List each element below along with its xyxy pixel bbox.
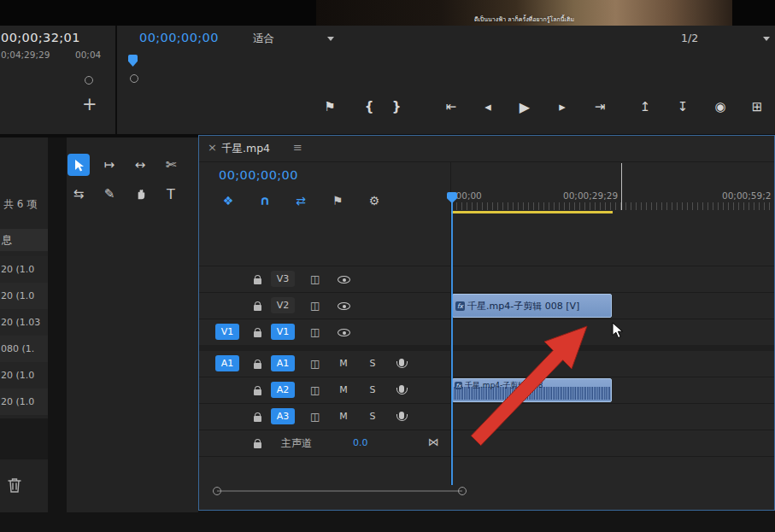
lock-icon[interactable]: [254, 331, 261, 337]
comparison-view-button[interactable]: ⊞: [746, 99, 768, 114]
pen-tool-button[interactable]: ✎: [98, 183, 120, 205]
timeline-zoom-scrollbar[interactable]: [217, 490, 462, 492]
program-timecode[interactable]: 00;00;00;00: [139, 31, 219, 44]
project-item[interactable]: 080 (1.: [0, 336, 48, 362]
playback-resolution-select[interactable]: 1/2: [666, 29, 773, 48]
project-item[interactable]: 20 (1.03: [0, 309, 48, 336]
project-item[interactable]: 20 (1.0: [0, 362, 48, 389]
razor-icon: ✄: [166, 157, 177, 172]
ruler-label: ;00;00: [453, 190, 482, 201]
timeline-settings-icon[interactable]: ⚙: [365, 194, 384, 208]
sync-lock-icon[interactable]: ◫: [310, 358, 320, 370]
project-item[interactable]: 20 (1.0: [0, 283, 48, 309]
play-button[interactable]: ▶: [514, 99, 536, 115]
source-patch-a1[interactable]: A1: [215, 355, 239, 371]
mark-in-button[interactable]: {: [358, 99, 380, 114]
step-back-button[interactable]: ◂: [477, 99, 499, 114]
panel-menu-icon[interactable]: ≡: [293, 141, 302, 154]
extract-button[interactable]: ↧: [672, 99, 694, 114]
fit-select[interactable]: 适合: [246, 29, 337, 48]
voiceover-mic-icon[interactable]: [399, 412, 404, 419]
selection-tool-button[interactable]: [68, 154, 90, 176]
source-zoom-handle[interactable]: [85, 76, 93, 85]
project-column-header[interactable]: 息: [0, 229, 48, 251]
solo-button[interactable]: S: [367, 411, 379, 422]
lock-icon[interactable]: [254, 363, 261, 369]
add-button[interactable]: +: [82, 94, 97, 114]
mute-button[interactable]: M: [338, 411, 349, 422]
go-to-in-button[interactable]: ⇤: [440, 99, 462, 114]
sync-lock-icon[interactable]: ◫: [310, 384, 320, 396]
lock-icon[interactable]: [254, 416, 261, 422]
mute-button[interactable]: M: [338, 384, 349, 395]
source-patch-v1[interactable]: V1: [215, 324, 239, 340]
voiceover-mic-icon[interactable]: [399, 359, 404, 366]
lock-icon[interactable]: [254, 442, 261, 448]
project-item[interactable]: 20 (1.0: [0, 256, 48, 283]
timeline-timecode[interactable]: 00;00;00;00: [219, 168, 298, 182]
slip-tool-button[interactable]: ⇆: [68, 183, 90, 205]
solo-button[interactable]: S: [367, 358, 379, 369]
lock-icon[interactable]: [254, 305, 261, 311]
lock-icon[interactable]: [254, 278, 261, 284]
timeline-tab-label[interactable]: 千星.mp4: [221, 142, 270, 156]
track-row-v3: V3 ◫: [199, 266, 774, 292]
track-toggle-v2[interactable]: V2: [271, 297, 295, 313]
audio-clip[interactable]: fx 千星.mp4-子剪辑 008: [452, 378, 612, 402]
timeline-playhead-line[interactable]: [451, 193, 453, 485]
zoom-handle-left[interactable]: [213, 487, 221, 495]
track-select-forward-icon: ↦: [104, 157, 115, 172]
solo-button[interactable]: S: [367, 384, 379, 395]
master-track-label: 主声道: [281, 436, 312, 451]
lift-button[interactable]: ↥: [634, 99, 656, 114]
project-item[interactable]: 20 (1.0: [0, 389, 48, 415]
subtitle-text: ดีเป็นนางฟ้า ลาก็ครั้งที่อยากรู้โลกนี้เต…: [474, 15, 574, 26]
snap-toggle-icon[interactable]: ∩: [255, 193, 274, 208]
sync-lock-icon[interactable]: ◫: [310, 411, 320, 423]
mark-out-button[interactable]: }: [385, 99, 408, 114]
add-marker-button[interactable]: ⚑: [319, 99, 341, 114]
track-toggle-a1[interactable]: A1: [271, 355, 295, 371]
source-duration-timecode[interactable]: 00;00;32;01: [1, 31, 80, 44]
ruler-label: 00;00;59;2: [722, 190, 771, 201]
hand-tool-button[interactable]: [129, 183, 151, 205]
chevron-down-icon: [327, 37, 334, 41]
track-divider: [199, 456, 774, 457]
mute-button[interactable]: M: [338, 358, 349, 369]
ripple-edit-icon: ↔: [135, 157, 146, 172]
track-row-master: 主声道 0.0 ⋈: [199, 430, 774, 456]
timeline-add-marker-icon[interactable]: ⚑: [328, 194, 347, 208]
zoom-handle-right[interactable]: [458, 487, 467, 495]
eye-icon[interactable]: [338, 329, 350, 336]
nest-toggle-icon[interactable]: ❖: [219, 194, 238, 208]
linked-selection-icon[interactable]: ⇄: [291, 194, 310, 208]
fit-select-value: 适合: [253, 32, 274, 46]
step-forward-button[interactable]: ▸: [551, 99, 573, 114]
go-to-out-button[interactable]: ⇥: [589, 99, 611, 114]
program-video-frame: ดีเป็นนางฟ้า ลาก็ครั้งที่อยากรู้โลกนี้เต…: [316, 0, 732, 26]
track-toggle-a2[interactable]: A2: [271, 382, 295, 398]
ripple-edit-tool-button[interactable]: ↔: [129, 154, 151, 176]
panel-divider: [115, 26, 117, 135]
sync-lock-icon[interactable]: ◫: [310, 326, 320, 338]
pan-icon[interactable]: ⋈: [428, 436, 439, 448]
eye-icon[interactable]: [338, 302, 350, 310]
voiceover-mic-icon[interactable]: [399, 385, 404, 393]
sync-lock-icon[interactable]: ◫: [310, 300, 320, 312]
eye-icon[interactable]: [338, 276, 350, 284]
delete-icon[interactable]: [7, 476, 22, 494]
close-icon[interactable]: ×: [208, 141, 217, 154]
track-row-v1: V1 V1 ◫: [199, 319, 774, 345]
track-toggle-v1[interactable]: V1: [271, 324, 295, 340]
razor-tool-button[interactable]: ✄: [160, 154, 182, 176]
track-toggle-a3[interactable]: A3: [271, 408, 295, 424]
master-gain-value[interactable]: 0.0: [353, 437, 368, 448]
export-frame-button[interactable]: ◉: [709, 99, 731, 114]
video-clip[interactable]: fx 千星.mp4-子剪辑 008 [V]: [452, 294, 612, 318]
lock-icon[interactable]: [254, 389, 261, 395]
sync-lock-icon[interactable]: ◫: [310, 273, 320, 285]
program-zoom-handle[interactable]: [130, 74, 138, 83]
track-toggle-v3[interactable]: V3: [271, 271, 295, 287]
track-select-forward-tool-button[interactable]: ↦: [98, 154, 120, 176]
type-tool-button[interactable]: T: [160, 183, 182, 205]
